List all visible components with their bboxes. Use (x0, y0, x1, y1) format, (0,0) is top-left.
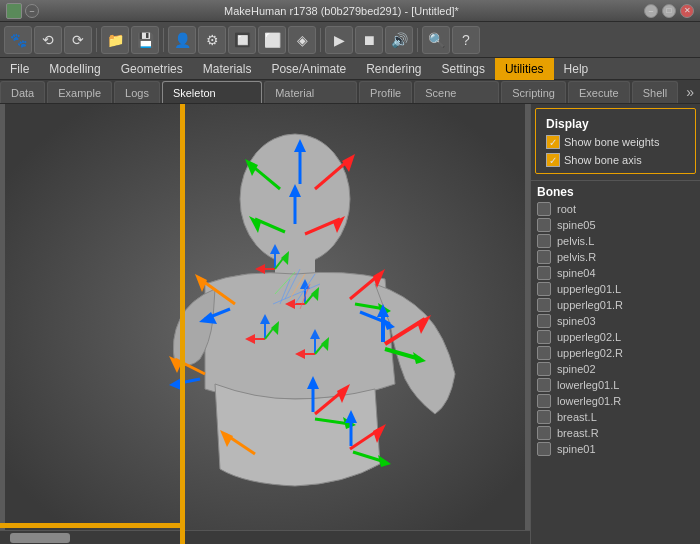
toolbar-sep-2 (163, 28, 164, 52)
tab-data[interactable]: Data (0, 81, 45, 103)
window-title: MakeHuman r1738 (b0b279bed291) - [Untitl… (39, 5, 644, 17)
show-bone-weights-checkbox[interactable]: ✓ (546, 135, 560, 149)
toolbar-btn-10[interactable]: ◈ (288, 26, 316, 54)
show-bone-weights-label: Show bone weights (564, 136, 659, 148)
tab-logs[interactable]: Logs (114, 81, 160, 103)
toolbar-btn-7[interactable]: ⚙ (198, 26, 226, 54)
orange-vertical-bar[interactable] (180, 104, 185, 544)
bone-checkbox[interactable] (537, 410, 551, 424)
bone-item[interactable]: upperleg01.R (531, 297, 700, 313)
bone-item[interactable]: upperleg02.L (531, 329, 700, 345)
toolbar-btn-9[interactable]: ⬜ (258, 26, 286, 54)
bone-checkbox[interactable] (537, 282, 551, 296)
bone-list[interactable]: rootspine05pelvis.Lpelvis.Rspine04upperl… (531, 201, 700, 544)
bone-name: pelvis.R (557, 251, 596, 263)
tab-scripting[interactable]: Scripting (501, 81, 566, 103)
right-panel: Display ✓ Show bone weights ✓ Show bone … (530, 104, 700, 544)
toolbar-btn-6[interactable]: 👤 (168, 26, 196, 54)
bone-name: lowerleg01.L (557, 379, 619, 391)
bone-name: root (557, 203, 576, 215)
menu-item-file[interactable]: File (0, 58, 39, 80)
toolbar-btn-13[interactable]: 🔊 (385, 26, 413, 54)
bone-name: lowerleg01.R (557, 395, 621, 407)
horizontal-scrollbar[interactable] (0, 530, 530, 544)
win-maximize-btn[interactable]: □ (662, 4, 676, 18)
bone-name: spine02 (557, 363, 596, 375)
bone-item[interactable]: lowerleg01.R (531, 393, 700, 409)
bone-checkbox[interactable] (537, 346, 551, 360)
toolbar-btn-11[interactable]: ▶ (325, 26, 353, 54)
bone-checkbox[interactable] (537, 394, 551, 408)
bone-item[interactable]: pelvis.R (531, 249, 700, 265)
scrollbar-thumb[interactable] (10, 533, 70, 543)
bone-checkbox[interactable] (537, 250, 551, 264)
tab-example[interactable]: Example (47, 81, 112, 103)
bone-item[interactable]: upperleg02.R (531, 345, 700, 361)
toolbar-btn-1[interactable]: 🐾 (4, 26, 32, 54)
bone-name: upperleg02.L (557, 331, 621, 343)
tab-profile[interactable]: Profile (359, 81, 412, 103)
bone-item[interactable]: spine01 (531, 441, 700, 457)
menu-item-help[interactable]: Help (554, 58, 599, 80)
viewport-3d[interactable] (0, 104, 530, 544)
win-minimize-btn[interactable]: – (644, 4, 658, 18)
toolbar-btn-14[interactable]: 🔍 (422, 26, 450, 54)
bone-checkbox[interactable] (537, 314, 551, 328)
menu-item-settings[interactable]: Settings (432, 58, 495, 80)
menubar: FileModellingGeometriesMaterialsPose/Ani… (0, 58, 700, 80)
bone-checkbox[interactable] (537, 426, 551, 440)
bone-checkbox[interactable] (537, 234, 551, 248)
tab-execute[interactable]: Execute (568, 81, 630, 103)
bone-checkbox[interactable] (537, 442, 551, 456)
show-bone-axis-checkbox[interactable]: ✓ (546, 153, 560, 167)
win-minimize[interactable]: – (25, 4, 39, 18)
bone-checkbox[interactable] (537, 298, 551, 312)
bone-item[interactable]: spine04 (531, 265, 700, 281)
toolbar-btn-4[interactable]: 📁 (101, 26, 129, 54)
menu-item-utilities[interactable]: Utilities (495, 58, 554, 80)
bone-name: spine03 (557, 315, 596, 327)
menu-item-modelling[interactable]: Modelling (39, 58, 110, 80)
show-bone-axis-option[interactable]: ✓ Show bone axis (540, 151, 691, 169)
bone-checkbox[interactable] (537, 218, 551, 232)
bone-name: pelvis.L (557, 235, 594, 247)
tab-more[interactable]: » (680, 81, 700, 103)
toolbar-btn-8[interactable]: 🔲 (228, 26, 256, 54)
menu-item-materials[interactable]: Materials (193, 58, 262, 80)
show-bone-axis-label: Show bone axis (564, 154, 642, 166)
bone-checkbox[interactable] (537, 266, 551, 280)
bone-item[interactable]: spine03 (531, 313, 700, 329)
menu-item-geometries[interactable]: Geometries (111, 58, 193, 80)
toolbar-btn-3[interactable]: ⟳ (64, 26, 92, 54)
bone-item[interactable]: pelvis.L (531, 233, 700, 249)
tab-material-editor[interactable]: Material Editor (264, 81, 357, 103)
toolbar-btn-5[interactable]: 💾 (131, 26, 159, 54)
toolbar-btn-15[interactable]: ? (452, 26, 480, 54)
tab-skeleton-debug[interactable]: Skeleton Debug (162, 81, 262, 103)
win-close-btn[interactable]: ✕ (680, 4, 694, 18)
tabbar: DataExampleLogsSkeleton DebugMaterial Ed… (0, 80, 700, 104)
toolbar-btn-12[interactable]: ⏹ (355, 26, 383, 54)
bone-item[interactable]: breast.R (531, 425, 700, 441)
bone-checkbox[interactable] (537, 378, 551, 392)
menu-item-rendering[interactable]: Rendering (356, 58, 431, 80)
toolbar-sep-1 (96, 28, 97, 52)
bone-item[interactable]: spine02 (531, 361, 700, 377)
bone-item[interactable]: breast.L (531, 409, 700, 425)
bone-checkbox[interactable] (537, 362, 551, 376)
tab-scene-editor[interactable]: Scene Editor (414, 81, 499, 103)
bone-item[interactable]: root (531, 201, 700, 217)
bone-name: upperleg02.R (557, 347, 623, 359)
bone-name: upperleg01.R (557, 299, 623, 311)
bone-checkbox[interactable] (537, 330, 551, 344)
tab-shell[interactable]: Shell (632, 81, 678, 103)
toolbar-sep-4 (417, 28, 418, 52)
bone-item[interactable]: lowerleg01.L (531, 377, 700, 393)
bone-item[interactable]: spine05 (531, 217, 700, 233)
orange-horizontal-bar[interactable] (0, 523, 180, 528)
toolbar-btn-2[interactable]: ⟲ (34, 26, 62, 54)
menu-item-pose/animate[interactable]: Pose/Animate (261, 58, 356, 80)
bone-item[interactable]: upperleg01.L (531, 281, 700, 297)
show-bone-weights-option[interactable]: ✓ Show bone weights (540, 133, 691, 151)
bone-checkbox[interactable] (537, 202, 551, 216)
